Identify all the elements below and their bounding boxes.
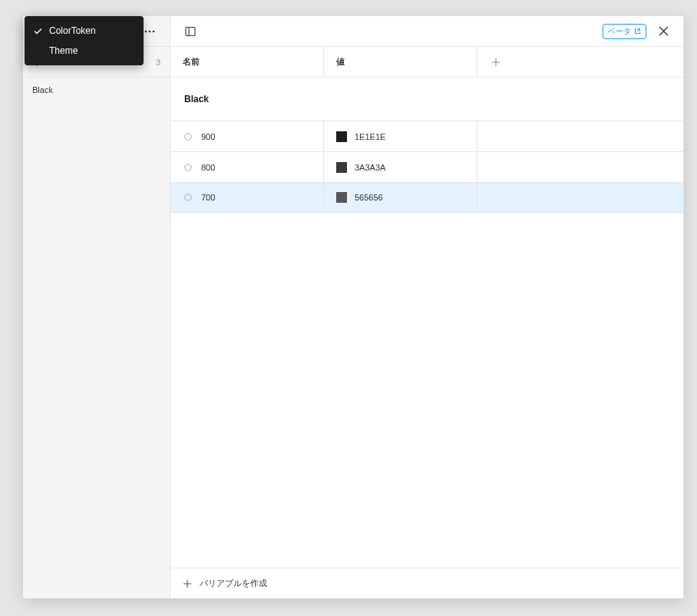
dropdown-item-label: Theme: [49, 45, 78, 56]
color-swatch: [336, 192, 347, 203]
svg-point-9: [186, 137, 187, 139]
create-variable-label: バリアブルを作成: [200, 578, 267, 589]
dropdown-item-colortoken[interactable]: ColorToken: [25, 21, 144, 41]
column-header-value[interactable]: 値: [324, 47, 477, 77]
table-header: 名前 値: [170, 47, 683, 78]
svg-point-21: [186, 198, 187, 200]
svg-point-12: [187, 164, 189, 166]
variable-value-cell[interactable]: 1E1E1E: [324, 121, 477, 151]
svg-point-7: [190, 134, 191, 136]
create-variable-button[interactable]: バリアブルを作成: [170, 568, 683, 598]
svg-point-6: [187, 134, 189, 135]
variable-name-cell[interactable]: 800: [170, 152, 324, 182]
table-row[interactable]: 800 3A3A3A: [170, 151, 683, 182]
svg-point-19: [190, 196, 191, 197]
variable-value: 1E1E1E: [355, 132, 385, 141]
column-header-add: [477, 47, 683, 77]
dropdown-item-theme[interactable]: Theme: [25, 41, 144, 61]
collection-dropdown: ColorToken Theme: [25, 16, 144, 65]
external-link-icon: [634, 28, 641, 35]
svg-point-8: [189, 137, 190, 139]
svg-point-1: [149, 30, 151, 32]
plus-icon: [183, 579, 192, 588]
panel-icon: [185, 26, 196, 37]
beta-button[interactable]: ベータ: [603, 24, 646, 39]
toggle-sidebar-button[interactable]: [180, 21, 201, 42]
color-type-icon: [183, 192, 193, 203]
svg-point-15: [186, 168, 187, 170]
variable-value-cell[interactable]: 565656: [324, 183, 477, 212]
beta-label: ベータ: [608, 26, 631, 37]
variable-name: 900: [201, 132, 215, 141]
svg-point-0: [145, 30, 147, 32]
variable-name-cell[interactable]: 900: [170, 121, 324, 151]
table-row[interactable]: 900 1E1E1E: [170, 121, 683, 151]
check-icon: [34, 28, 42, 35]
variable-name: 700: [201, 193, 215, 202]
column-header-name[interactable]: 名前: [170, 47, 324, 77]
main-toolbar: ベータ: [170, 16, 683, 47]
add-mode-button[interactable]: [487, 53, 505, 71]
close-icon: [659, 26, 669, 36]
sidebar-item-label: Black: [32, 85, 53, 94]
svg-point-2: [153, 30, 155, 32]
sidebar-count: 3: [156, 58, 160, 67]
variable-extra-cell[interactable]: [477, 183, 683, 212]
color-type-icon: [183, 162, 193, 173]
sidebar: すべてのバリア… 3 Black: [23, 16, 170, 598]
svg-point-22: [185, 196, 187, 197]
svg-point-13: [190, 165, 191, 167]
variable-extra-cell[interactable]: [477, 121, 683, 151]
check-slot: [32, 28, 43, 35]
variable-name-cell[interactable]: 700: [170, 183, 324, 212]
variable-value-cell[interactable]: 3A3A3A: [324, 152, 477, 182]
svg-point-14: [189, 168, 190, 170]
svg-rect-3: [186, 27, 195, 35]
group-header[interactable]: Black: [170, 78, 683, 121]
group-title: Black: [184, 94, 209, 104]
sidebar-item-black[interactable]: Black: [23, 78, 170, 102]
svg-point-10: [185, 134, 187, 136]
table-row[interactable]: 700 565656: [170, 182, 683, 213]
color-type-icon: [183, 131, 193, 142]
main-area: ベータ 名前 値 Black 900: [170, 16, 684, 598]
svg-point-16: [185, 165, 187, 167]
color-swatch: [336, 131, 347, 142]
close-button[interactable]: [652, 21, 674, 42]
table-body: Black 900 1E1E1E 800: [170, 78, 683, 568]
svg-point-20: [189, 198, 190, 200]
plus-icon: [491, 58, 500, 67]
color-swatch: [336, 162, 347, 173]
ellipsis-icon: [144, 30, 155, 33]
variable-extra-cell[interactable]: [477, 152, 683, 182]
variable-name: 800: [201, 163, 215, 172]
variable-value: 3A3A3A: [355, 163, 385, 172]
variable-value: 565656: [355, 193, 383, 202]
svg-point-18: [187, 194, 189, 196]
variables-panel: すべてのバリア… 3 Black ベータ 名前 値: [23, 16, 684, 598]
dropdown-item-label: ColorToken: [49, 25, 96, 36]
